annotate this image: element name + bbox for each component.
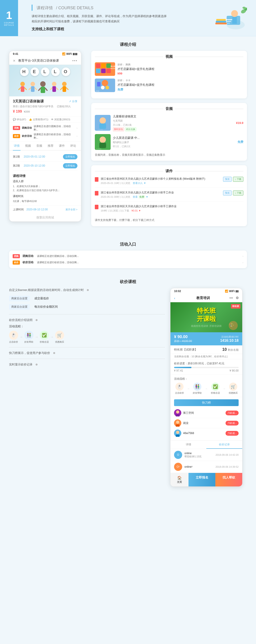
record-tab-detail[interactable]: 详情 [170, 441, 206, 449]
audio-price-1: ¥19.9 [236, 121, 243, 124]
page-number: 1 [6, 10, 12, 21]
title-line-right-3 [175, 171, 243, 171]
register-button[interactable]: 立即报名 [188, 473, 215, 486]
preview-btn-2[interactable]: 预览 [223, 190, 232, 196]
courseware-desc: 课件支持免费下载，付费下载，积分下载三种方式 [95, 218, 243, 222]
tab-courseware[interactable]: 课件 [58, 142, 66, 150]
phone-status-bar: 9:41 📶 WiFi ▮▮▮ [9, 51, 81, 57]
svg-rect-34 [96, 64, 100, 68]
page-header: 1 COURSEDETAILS 课程详情 / COURSE DETAILS 课程… [0, 0, 256, 36]
lb-name-2: 就业 [183, 421, 226, 425]
lb-action-1: 刀砍成... [226, 410, 238, 415]
more-dots-icon[interactable]: ••• [229, 296, 233, 300]
tab-recommend[interactable]: 推荐 [47, 142, 54, 150]
record-item-1: O online 帮您砍掉1.13元 2018-09-06 14:42:20 [170, 449, 242, 461]
record-item-2: O¹ online¹ 2018-09-06 14:39:52 [170, 461, 242, 473]
activity-group-badge: 团购 [13, 254, 20, 258]
cw-icon-1 [95, 177, 98, 182]
record-name-2: online¹ [184, 465, 213, 468]
svg-line-27 [50, 88, 52, 90]
dot-decoration-2 [36, 319, 38, 321]
course-name-row: 3天英语口语体验课 ↗ 分享 [13, 99, 78, 104]
record-info-2: online¹ [184, 465, 213, 468]
svg-line-24 [45, 88, 48, 91]
svg-line-15 [18, 88, 21, 90]
progress-bar-fill [174, 367, 192, 368]
activity-bargain-label: 砍价活动 [22, 260, 34, 264]
intro-section-title: 课程介绍 [0, 36, 256, 51]
help-button[interactable]: 找人帮砍 [215, 473, 242, 486]
bargain-layout: 自定义Banner,根据设置的活动结束时间，自动生成倒计时 商家后台设置 成交最… [9, 288, 247, 487]
register-btn-2[interactable]: 立即报名 [63, 163, 78, 168]
cw-title-3: 浙江省台州市苏州区天天幼儿园少儿艺术启蒙班小班手工课作业 [101, 204, 243, 208]
page-wrapper: 1 COURSEDETAILS 课程详情 / COURSE DETAILS 课程… [0, 0, 256, 492]
audio-title-1: 儿童睡前读物英文 [113, 114, 234, 118]
tab-audio[interactable]: 音频 [36, 142, 43, 150]
flow-steps-left: 🖱️ 点击砍价 → 👫 好友帮砍 → ✅ 价格合适 → 🛒 [9, 331, 165, 344]
views-stat[interactable]: 👁 浏览量(28923) [51, 118, 70, 121]
current-qty: 当前剩余名额：10 [剩余名额为0时，砍价将停止] [170, 354, 242, 359]
flow-step-label-3: 价格合适 [40, 340, 49, 344]
share-button[interactable]: ↗ 分享 [69, 100, 78, 104]
tab-detail[interactable]: 详情 [13, 142, 20, 150]
title-line-left-2 [95, 109, 163, 109]
divider-2 [9, 347, 165, 348]
activity-group-label: 团购活动 [22, 254, 34, 258]
comment-icon: 💬 [13, 118, 16, 121]
likes-stat[interactable]: 👍 点赞推荐(471) [29, 118, 48, 121]
min-price-left: 商家后台设置 [9, 296, 30, 301]
more-icon[interactable]: ••• [72, 59, 78, 63]
stock-row: 特长班【试听课】 10 剩余名额 [170, 345, 242, 354]
detail-title: 课程详情 [13, 174, 78, 178]
record-avatar-label-2: O¹ [176, 465, 180, 468]
home-button[interactable]: 🏠 主页 [170, 473, 188, 486]
record-time-1: 2018-09-06 14:42:20 [216, 454, 238, 456]
stock-label: 特长班【试听课】 [174, 348, 198, 352]
tab-comments[interactable]: 评论 [69, 142, 77, 150]
expand-button[interactable]: 展开全部 > [66, 208, 78, 211]
activity-section-title: 活动入口 [9, 236, 247, 250]
record-tab-bargain[interactable]: 砍价记录 [206, 441, 242, 449]
svg-rect-66 [176, 434, 180, 437]
register-btn-1[interactable]: 立即报名 [63, 154, 78, 159]
schedule-item-1: 第1期 2020-05-01 12:00 立即报名 [13, 152, 78, 162]
svg-point-21 [40, 81, 46, 87]
record-avatar-1: O [174, 451, 182, 459]
preview-btn-1[interactable]: 预览 [223, 177, 232, 182]
tab-video[interactable]: 视频 [24, 142, 32, 150]
audio-item-2: 生津英语 少儿英语启蒙课·中... 给5岁以上孩子 听1次，已购1次 免费 [95, 134, 243, 150]
cw-meta-2: 2020-05-01 08时 | 3人浏览 查看 免费 ▼ [101, 195, 221, 199]
settings-icon[interactable]: ⚙ [236, 296, 238, 300]
phone-hero: H E L L O [9, 65, 81, 96]
back-icon[interactable]: ‹ [174, 296, 175, 300]
group-buy-desc: 该课程正在进行团购活动，活动仅剩... [34, 124, 75, 131]
course-info: 3天英语口语体验课 ↗ 分享 英语 | 适合计划口语练习的3-5岁学员 已报名2… [9, 96, 81, 116]
bargain-label: 砍价活动 [22, 134, 32, 138]
audio-thumb-2: 生津英语 [95, 134, 110, 150]
arrow-icon-2: › [76, 135, 78, 138]
audio-title-2: 少儿英语启蒙课·中... [113, 136, 235, 140]
course-audience: 英语 | 适合计划口语练习的3-5岁学员 [13, 105, 53, 108]
phone2-step-label-2: 好友帮砍 [193, 392, 202, 394]
video-teacher-1: 讲师： 腾腾 [118, 63, 243, 66]
price-left: ¥ 90.00 原价：¥100.00 [174, 334, 192, 343]
comments-stat[interactable]: 💬 评论(87) [13, 118, 26, 121]
letter-e: E [30, 68, 39, 76]
download-btn-1[interactable]: ↓ 下载 [233, 177, 243, 182]
period-1: 第1期 [13, 155, 22, 159]
activity-tag-2: 砍价 砍价活动 该课程正在进行砍价活动，活动仅剩... › [13, 260, 243, 264]
price-range-feature: 商家后台设置 每次砍价金额区间 [9, 304, 165, 310]
svg-rect-35 [101, 64, 106, 68]
letter-h: H [20, 68, 29, 76]
record-section: 详情 砍价记录 O online 帮您砍掉1.13元 [170, 440, 242, 473]
download-btn-2[interactable]: ↓ 下载 [233, 190, 243, 196]
like-icon: 👍 [29, 118, 32, 121]
audio-panel: 音频 +12780 儿童睡前读物英文 [91, 103, 247, 161]
audio-panel-title: 音频 [95, 106, 243, 111]
audio-info-1: 儿童睡前读物英文 七无节距 共11集，已购1集 限时折扣 积分兑换 [113, 114, 234, 131]
video-title-1: 才艺启蒙基础+提升礼包课程 [118, 67, 243, 71]
audio-panel-desc: 音频列表，音频名称，音频关联课程显示，音频总集数显示 [95, 152, 243, 157]
close-icon[interactable]: ✕ [13, 59, 16, 62]
audio-thumb-1: +12780 [95, 115, 110, 131]
svg-rect-60 [176, 414, 180, 416]
